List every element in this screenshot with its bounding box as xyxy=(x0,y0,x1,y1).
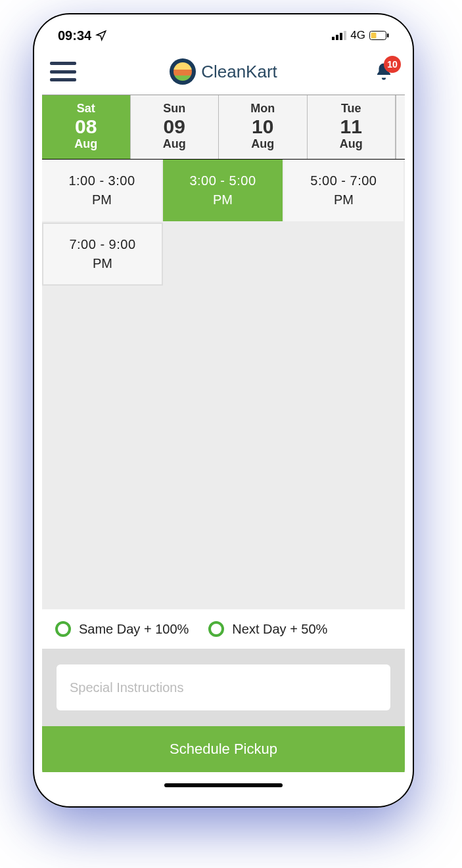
radio-icon xyxy=(55,621,71,637)
option-next-day[interactable]: Next Day + 50% xyxy=(208,621,327,637)
cta-label: Schedule Pickup xyxy=(170,741,277,757)
slot-range: 3:00 - 5:00 xyxy=(189,173,256,188)
time-slot-1[interactable]: 3:00 - 5:00 PM xyxy=(163,160,284,223)
home-indicator-area xyxy=(42,772,405,798)
date-mon: Aug xyxy=(42,137,130,151)
date-tab-2[interactable]: Mon 10 Aug xyxy=(219,95,308,159)
screen: 09:34 4G CleanKart 10 xyxy=(42,22,405,798)
brand-logo-icon xyxy=(170,58,196,85)
date-tab-0[interactable]: Sat 08 Aug xyxy=(42,95,131,159)
time-slot-3[interactable]: 7:00 - 9:00 PM xyxy=(42,223,163,286)
status-left: 09:34 xyxy=(58,28,107,43)
date-mon: Aug xyxy=(131,137,219,151)
home-indicator xyxy=(164,783,283,787)
time-slot-0[interactable]: 1:00 - 3:00 PM xyxy=(42,160,163,223)
delivery-options: Same Day + 100% Next Day + 50% xyxy=(42,609,405,649)
date-dow: Sat xyxy=(42,102,130,116)
slot-range: 7:00 - 9:00 xyxy=(69,237,135,252)
device-frame: 09:34 4G CleanKart 10 xyxy=(33,13,414,808)
date-mon: Aug xyxy=(219,137,307,151)
schedule-pickup-button[interactable]: Schedule Pickup xyxy=(42,726,405,772)
brand-name: CleanKart xyxy=(201,62,277,82)
date-tabs: Sat 08 Aug Sun 09 Aug Mon 10 Aug Tue 11 … xyxy=(42,95,405,160)
battery-icon xyxy=(369,31,389,40)
notifications-button[interactable]: 10 xyxy=(371,58,397,85)
option-label: Next Day + 50% xyxy=(232,622,327,637)
slot-ampm: PM xyxy=(92,192,112,207)
radio-icon xyxy=(208,621,224,637)
option-same-day[interactable]: Same Day + 100% xyxy=(55,621,189,637)
date-dow: Tue xyxy=(308,102,396,116)
svg-rect-6 xyxy=(387,33,389,37)
status-time: 09:34 xyxy=(58,28,91,43)
slot-range: 1:00 - 3:00 xyxy=(68,173,135,188)
time-slots: 1:00 - 3:00 PM 3:00 - 5:00 PM 5:00 - 7:0… xyxy=(42,160,405,609)
slot-ampm: PM xyxy=(334,192,354,207)
svg-rect-3 xyxy=(344,31,346,40)
brand: CleanKart xyxy=(170,58,277,85)
date-num: 08 xyxy=(42,116,130,137)
slot-range: 5:00 - 7:00 xyxy=(310,173,377,188)
location-icon xyxy=(95,30,107,41)
date-num: 09 xyxy=(131,116,219,137)
status-bar: 09:34 4G xyxy=(42,22,405,49)
status-right: 4G xyxy=(332,29,389,42)
svg-rect-0 xyxy=(332,37,335,40)
svg-rect-5 xyxy=(371,33,377,39)
date-dow: Mon xyxy=(219,102,307,116)
slot-ampm: PM xyxy=(213,192,233,207)
instructions-section xyxy=(42,649,405,726)
svg-rect-1 xyxy=(336,35,338,40)
date-mon: Aug xyxy=(308,137,396,151)
date-num: 11 xyxy=(308,116,396,137)
notifications-badge: 10 xyxy=(384,56,401,73)
network-label: 4G xyxy=(350,29,365,42)
signal-icon xyxy=(332,31,346,40)
date-tab-3[interactable]: Tue 11 Aug xyxy=(308,95,396,159)
option-label: Same Day + 100% xyxy=(79,622,189,637)
date-dow: Sun xyxy=(131,102,219,116)
app-header: CleanKart 10 xyxy=(42,49,405,95)
menu-button[interactable] xyxy=(50,62,76,81)
time-slot-2[interactable]: 5:00 - 7:00 PM xyxy=(284,160,405,223)
slot-ampm: PM xyxy=(93,256,112,271)
svg-rect-2 xyxy=(340,33,342,40)
date-tab-peek[interactable] xyxy=(396,95,405,159)
date-tab-1[interactable]: Sun 09 Aug xyxy=(131,95,219,159)
date-num: 10 xyxy=(219,116,307,137)
special-instructions-input[interactable] xyxy=(57,664,390,710)
